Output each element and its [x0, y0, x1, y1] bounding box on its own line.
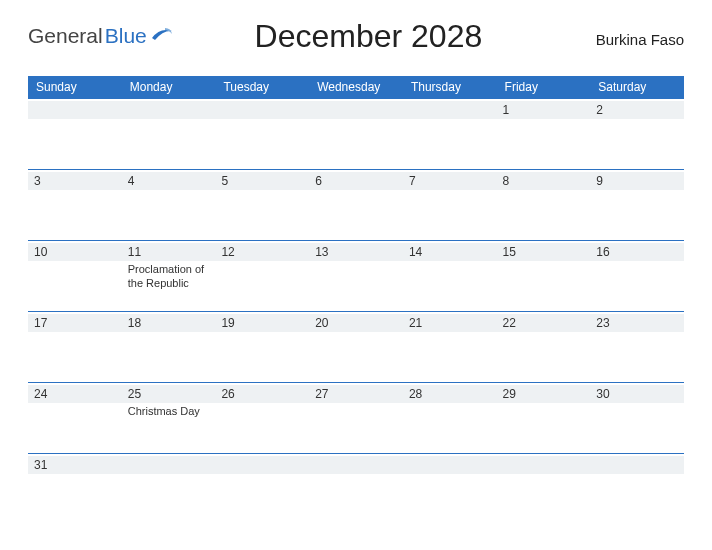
week-row: 10 11Proclamation of the Republic 12 13 … [28, 240, 684, 311]
day-number: 12 [221, 245, 234, 259]
logo-word-general: General [28, 24, 103, 48]
day-cell: 27 [309, 383, 403, 453]
day-cell: 19 [215, 312, 309, 382]
day-number: 10 [34, 245, 47, 259]
day-number: 24 [34, 387, 47, 401]
day-number: 29 [503, 387, 516, 401]
day-of-week-header: Sunday Monday Tuesday Wednesday Thursday… [28, 76, 684, 98]
day-cell [215, 454, 309, 486]
day-number: 2 [596, 103, 603, 117]
day-cell [403, 99, 497, 169]
dow-wednesday: Wednesday [309, 76, 403, 98]
day-cell [309, 454, 403, 486]
week-row: 24 25Christmas Day 26 27 28 29 30 [28, 382, 684, 453]
day-cell: 28 [403, 383, 497, 453]
day-cell: 22 [497, 312, 591, 382]
day-cell [28, 99, 122, 169]
week-row: 3 4 5 6 7 8 9 [28, 169, 684, 240]
week-row: 31 [28, 453, 684, 486]
week-row: 1 2 [28, 98, 684, 169]
day-number: 16 [596, 245, 609, 259]
day-number: 11 [128, 245, 141, 259]
dow-thursday: Thursday [403, 76, 497, 98]
day-cell: 18 [122, 312, 216, 382]
day-number: 7 [409, 174, 416, 188]
logo: General Blue [28, 24, 173, 48]
day-number: 27 [315, 387, 328, 401]
header: General Blue December 2028 Burkina Faso [28, 10, 684, 62]
day-cell: 15 [497, 241, 591, 311]
day-number: 26 [221, 387, 234, 401]
day-number: 30 [596, 387, 609, 401]
day-cell: 9 [590, 170, 684, 240]
day-cell: 23 [590, 312, 684, 382]
day-cell: 14 [403, 241, 497, 311]
day-cell: 25Christmas Day [122, 383, 216, 453]
day-number: 18 [128, 316, 141, 330]
day-cell: 7 [403, 170, 497, 240]
day-cell [497, 454, 591, 486]
day-number: 17 [34, 316, 47, 330]
day-number: 1 [503, 103, 510, 117]
day-number: 19 [221, 316, 234, 330]
day-cell [403, 454, 497, 486]
day-cell: 8 [497, 170, 591, 240]
day-cell: 5 [215, 170, 309, 240]
country-label: Burkina Faso [564, 25, 684, 48]
day-cell: 2 [590, 99, 684, 169]
day-cell: 1 [497, 99, 591, 169]
day-cell: 30 [590, 383, 684, 453]
calendar: Sunday Monday Tuesday Wednesday Thursday… [28, 76, 684, 486]
dow-saturday: Saturday [590, 76, 684, 98]
day-number: 28 [409, 387, 422, 401]
dow-monday: Monday [122, 76, 216, 98]
day-number: 25 [128, 387, 141, 401]
day-number: 4 [128, 174, 135, 188]
day-cell: 20 [309, 312, 403, 382]
day-cell [215, 99, 309, 169]
day-number: 6 [315, 174, 322, 188]
day-number: 14 [409, 245, 422, 259]
day-number: 20 [315, 316, 328, 330]
dow-friday: Friday [497, 76, 591, 98]
day-number: 22 [503, 316, 516, 330]
day-number: 31 [34, 458, 47, 472]
day-cell: 11Proclamation of the Republic [122, 241, 216, 311]
day-number: 23 [596, 316, 609, 330]
day-event: Christmas Day [128, 405, 210, 419]
day-event: Proclamation of the Republic [128, 263, 210, 291]
day-cell: 13 [309, 241, 403, 311]
day-cell [309, 99, 403, 169]
day-cell: 24 [28, 383, 122, 453]
day-number: 15 [503, 245, 516, 259]
day-cell: 29 [497, 383, 591, 453]
day-cell: 6 [309, 170, 403, 240]
day-cell [590, 454, 684, 486]
day-cell [122, 99, 216, 169]
globe-swoosh-icon [151, 24, 173, 48]
day-number: 13 [315, 245, 328, 259]
day-number: 3 [34, 174, 41, 188]
day-cell: 31 [28, 454, 122, 486]
dow-tuesday: Tuesday [215, 76, 309, 98]
day-cell: 21 [403, 312, 497, 382]
day-cell: 3 [28, 170, 122, 240]
day-cell: 10 [28, 241, 122, 311]
day-cell: 12 [215, 241, 309, 311]
page-title: December 2028 [173, 18, 564, 55]
day-number: 9 [596, 174, 603, 188]
day-cell: 26 [215, 383, 309, 453]
day-number: 8 [503, 174, 510, 188]
day-cell [122, 454, 216, 486]
logo-word-blue: Blue [105, 24, 147, 48]
day-cell: 17 [28, 312, 122, 382]
day-number: 21 [409, 316, 422, 330]
day-number: 5 [221, 174, 228, 188]
day-cell: 16 [590, 241, 684, 311]
week-row: 17 18 19 20 21 22 23 [28, 311, 684, 382]
dow-sunday: Sunday [28, 76, 122, 98]
day-cell: 4 [122, 170, 216, 240]
